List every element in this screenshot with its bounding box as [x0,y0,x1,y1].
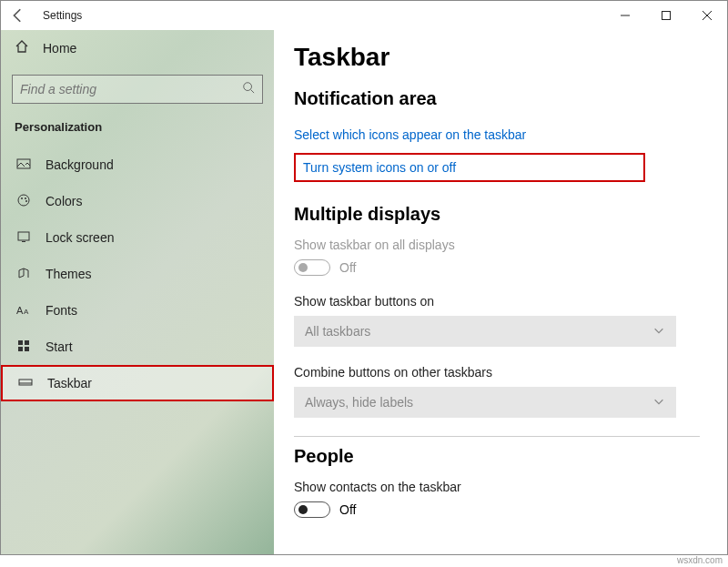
setting-label: Show taskbar buttons on [294,294,700,309]
sidebar-item-label: Themes [46,267,92,281]
link-system-icons[interactable]: Turn system icons on or off [294,153,645,182]
background-icon [16,157,31,174]
svg-point-10 [25,200,27,202]
heading-notification: Notification area [294,88,700,109]
home-label: Home [43,41,76,56]
svg-rect-1 [662,12,670,20]
toggle-show-all-displays [294,259,330,276]
svg-rect-18 [25,347,29,351]
setting-label: Show contacts on the taskbar [294,480,700,494]
fonts-icon: AA [16,302,31,319]
sidebar-item-label: Colors [46,194,82,208]
svg-rect-19 [19,380,32,385]
select-combine[interactable]: Always, hide labels [294,387,676,418]
select-value: All taskbars [305,324,370,339]
svg-text:A: A [16,305,24,316]
heading-displays: Multiple displays [294,204,700,225]
search-input[interactable] [20,82,242,96]
sidebar-item-fonts[interactable]: AA Fonts [1,292,274,329]
settings-window: Settings Home Personalization Background [0,0,728,555]
divider [294,436,700,437]
chevron-down-icon [652,395,665,410]
select-value: Always, hide labels [305,395,413,410]
sidebar-item-label: Background [46,157,114,172]
sidebar-item-colors[interactable]: Colors [1,183,274,219]
taskbar-icon [18,375,33,392]
sidebar-navlist: Background Colors Lock screen Themes AA … [1,147,274,401]
svg-point-7 [18,195,29,206]
link-select-icons[interactable]: Select which icons appear on the taskbar [294,122,700,147]
sidebar-item-start[interactable]: Start [1,329,274,365]
sidebar-item-taskbar[interactable]: Taskbar [1,365,274,401]
heading-people: People [294,446,700,467]
close-button[interactable] [686,1,727,30]
toggle-show-contacts[interactable] [294,501,330,518]
maximize-button[interactable] [645,1,686,30]
back-icon[interactable] [10,7,26,24]
svg-point-9 [25,197,26,199]
select-buttons-on[interactable]: All taskbars [294,316,676,347]
svg-rect-12 [22,241,25,242]
lockscreen-icon [16,229,31,247]
toggle-state: Off [339,260,356,275]
colors-icon [16,193,31,210]
sidebar-item-label: Taskbar [47,376,92,390]
svg-text:A: A [24,308,29,316]
sidebar-section-title: Personalization [1,120,274,147]
window-title: Settings [43,9,82,22]
setting-show-all-displays: Show taskbar on all displays Off [294,238,700,276]
svg-line-5 [251,90,255,94]
main-content: Taskbar Notification area Select which i… [274,30,727,554]
start-icon [16,339,31,356]
search-icon [242,81,255,97]
chevron-down-icon [652,324,665,339]
svg-rect-16 [25,340,29,345]
setting-combine: Combine buttons on other taskbars Always… [294,365,700,418]
titlebar: Settings [1,1,727,30]
setting-label: Combine buttons on other taskbars [294,365,700,380]
sidebar-item-label: Lock screen [46,230,114,245]
svg-rect-17 [18,347,23,351]
themes-icon [16,266,31,283]
setting-show-contacts: Show contacts on the taskbar Off [294,480,700,518]
svg-point-4 [244,83,252,91]
toggle-state: Off [339,502,356,517]
setting-buttons-on: Show taskbar buttons on All taskbars [294,294,700,347]
svg-point-8 [21,197,23,199]
page-title: Taskbar [294,43,700,72]
sidebar: Home Personalization Background Colors L [1,30,274,554]
search-box[interactable] [12,75,263,104]
sidebar-item-background[interactable]: Background [1,147,274,183]
svg-rect-15 [18,340,23,345]
sidebar-item-themes[interactable]: Themes [1,256,274,292]
home-icon [15,39,29,56]
sidebar-item-label: Fonts [46,303,77,318]
minimize-button[interactable] [604,1,645,30]
sidebar-item-label: Start [46,339,73,354]
setting-label: Show taskbar on all displays [294,238,700,252]
sidebar-item-lockscreen[interactable]: Lock screen [1,219,274,256]
sidebar-home[interactable]: Home [1,30,274,66]
watermark: wsxdn.com [677,555,723,565]
svg-rect-11 [18,232,29,240]
